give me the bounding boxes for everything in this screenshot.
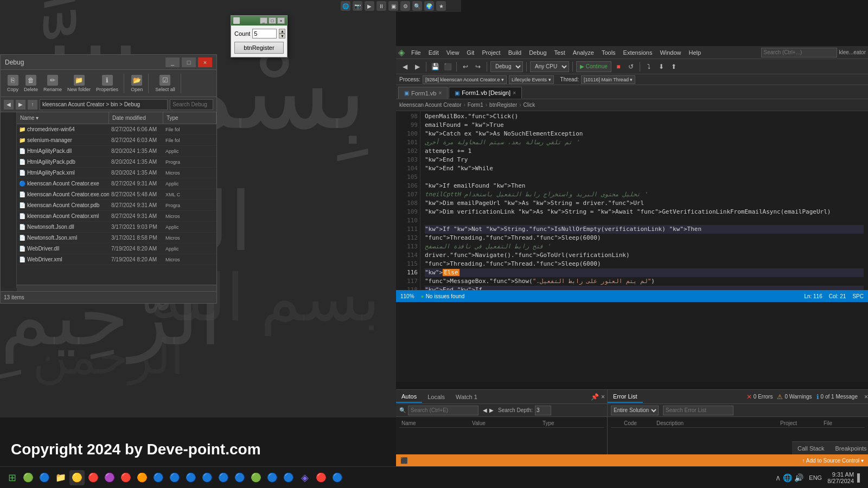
- dialog-close-btn[interactable]: ×: [277, 17, 285, 24]
- tab-form1vb-design[interactable]: ▣ Form1.vb [Design] ×: [449, 87, 522, 99]
- taskbar-icon7[interactable]: 🔴: [118, 470, 133, 485]
- tab-breakpoints[interactable]: Breakpoints: [830, 442, 868, 454]
- tab-locals[interactable]: Locals: [422, 391, 450, 403]
- toolbar-icon-6[interactable]: ⚙: [400, 1, 410, 11]
- taskbar-icon17[interactable]: 🔵: [281, 470, 296, 485]
- systray-chevron[interactable]: ∧: [775, 473, 781, 482]
- vs-search-input[interactable]: [761, 48, 837, 57]
- taskbar-show-desktop[interactable]: ▌: [857, 473, 863, 482]
- menu-test[interactable]: Test: [551, 48, 569, 57]
- menu-edit[interactable]: Edit: [425, 48, 442, 57]
- toolbar-delete-btn[interactable]: 🗑 Delete: [22, 74, 40, 93]
- stop-btn[interactable]: ■: [613, 61, 624, 72]
- error-panel-close[interactable]: ×: [864, 393, 868, 401]
- toolbar-redo[interactable]: ↪: [473, 61, 483, 72]
- thread-selector[interactable]: [10116] Main Thread ▾: [581, 75, 635, 84]
- taskbar-icon2[interactable]: 🔵: [37, 470, 52, 485]
- continue-btn[interactable]: ▶ Continue: [576, 61, 611, 72]
- taskbar-icon19[interactable]: 🔴: [314, 470, 329, 485]
- nav-forward[interactable]: ▶: [16, 100, 25, 110]
- taskbar-start[interactable]: ⊞: [4, 470, 20, 485]
- autos-close[interactable]: ×: [601, 393, 605, 401]
- error-search-input[interactable]: [663, 406, 733, 415]
- autos-depth-input[interactable]: [535, 406, 551, 415]
- toolbar-icon-4[interactable]: ⏸: [376, 1, 386, 11]
- toolbar-properties-btn[interactable]: ℹ Properties: [94, 74, 120, 93]
- debug-config-dropdown[interactable]: Debug: [490, 61, 523, 72]
- taskbar-chrome[interactable]: 🟢: [21, 470, 36, 485]
- taskbar-icon10[interactable]: 🔵: [167, 470, 182, 485]
- toolbar-rename-btn[interactable]: ✏ Rename: [41, 74, 64, 93]
- explorer-hscrollbar[interactable]: [17, 285, 216, 291]
- taskbar-icon4[interactable]: 🟡: [69, 470, 85, 485]
- toolbar-newfolder-btn[interactable]: 📁 New folder: [65, 74, 93, 93]
- menu-view[interactable]: View: [443, 48, 463, 57]
- list-item[interactable]: 📄HtmlAgilityPack.xml 8/20/2024 1:35 AM M…: [17, 168, 216, 178]
- autos-search-input[interactable]: [408, 406, 478, 415]
- tab-form1vb[interactable]: ▣ Form1.vb ×: [398, 87, 448, 99]
- breadcrumb-event[interactable]: Click: [524, 102, 535, 108]
- taskbar-icon20[interactable]: 🔵: [330, 470, 345, 485]
- nav-search-input[interactable]: [170, 99, 213, 110]
- toolbar-saveall[interactable]: ⬛: [442, 61, 453, 72]
- taskbar-explorer[interactable]: 📁: [53, 470, 68, 485]
- code-area[interactable]: OpenMailBox."func">Click() emailFound = …: [420, 111, 868, 290]
- systray-network[interactable]: 🌐: [783, 473, 792, 482]
- list-item[interactable]: 📄kleenscan Acount Creator.xml 8/27/2024 …: [17, 211, 216, 222]
- col-date[interactable]: Date modified: [109, 112, 163, 124]
- dialog-minimize-btn[interactable]: _: [260, 17, 267, 24]
- dialog-maximize-btn[interactable]: □: [269, 17, 276, 24]
- taskbar-vs[interactable]: ◈: [297, 470, 312, 485]
- menu-tools[interactable]: Tools: [598, 48, 619, 57]
- col-type[interactable]: Type: [163, 112, 216, 124]
- toolbar-forward[interactable]: ▶: [412, 61, 423, 72]
- nav-back[interactable]: ◀: [4, 100, 14, 110]
- list-item[interactable]: 📄Newtonsoft.Json.xml 3/17/2021 8:58 PM M…: [17, 233, 216, 243]
- explorer-close[interactable]: ×: [198, 57, 212, 67]
- taskbar-icon11[interactable]: 🔵: [183, 470, 199, 485]
- autos-nav-forward[interactable]: ▶: [489, 407, 494, 413]
- list-item[interactable]: 📄HtmlAgilityPack.pdb 8/20/2024 1:35 AM P…: [17, 157, 216, 168]
- taskbar-icon6[interactable]: 🟣: [102, 470, 117, 485]
- explorer-minimize[interactable]: _: [165, 57, 180, 67]
- toolbar-back[interactable]: ◀: [399, 61, 410, 72]
- toolbar-icon-2[interactable]: 📷: [353, 1, 362, 11]
- menu-project[interactable]: Project: [478, 48, 503, 57]
- tab-callstack[interactable]: Call Stack: [792, 442, 830, 454]
- nav-up[interactable]: ↑: [28, 100, 37, 110]
- list-item[interactable]: 📄HtmlAgilityPack.dll 8/20/2024 1:35 AM A…: [17, 146, 216, 157]
- tab-form1vb-close[interactable]: ×: [438, 90, 442, 96]
- taskbar-icon16[interactable]: 🔵: [265, 470, 280, 485]
- toolbar-icon-7[interactable]: 🔍: [412, 1, 422, 11]
- toolbar-open-btn[interactable]: 📂 Open: [129, 74, 145, 93]
- step-out[interactable]: ⬆: [668, 61, 679, 72]
- col-name[interactable]: Name ▾: [17, 112, 109, 124]
- count-input[interactable]: [252, 29, 277, 38]
- toolbar-icon-3[interactable]: ▶: [365, 1, 374, 11]
- taskbar-icon8[interactable]: 🟠: [135, 470, 150, 485]
- autos-pin[interactable]: 📌: [591, 393, 599, 401]
- menu-file[interactable]: File: [408, 48, 424, 57]
- platform-dropdown[interactable]: Any CPU: [530, 61, 569, 72]
- list-item[interactable]: 📄WebDriver.dll 7/19/2024 8:20 AM Applic: [17, 243, 216, 254]
- toolbar-undo[interactable]: ↩: [460, 61, 471, 72]
- btn-register[interactable]: btnRegister: [234, 42, 284, 54]
- menu-extensions[interactable]: Extensions: [620, 48, 656, 57]
- list-item[interactable]: 📄WebDriver.xml 7/19/2024 8:20 AM Micros: [17, 254, 216, 265]
- list-item[interactable]: 📄Newtonsoft.Json.dll 3/17/2021 9:03 PM A…: [17, 222, 216, 233]
- toolbar-icon-9[interactable]: ★: [436, 1, 446, 11]
- list-item[interactable]: 📁chromedriver-win64 8/27/2024 6:06 AM Fi…: [17, 124, 216, 135]
- menu-git[interactable]: Git: [463, 48, 477, 57]
- lifecycle-btn[interactable]: Lifecycle Events ▾: [509, 75, 554, 84]
- taskbar-icon13[interactable]: 🔵: [216, 470, 231, 485]
- error-scope-dropdown[interactable]: Entire Solution: [611, 406, 659, 415]
- restart-btn[interactable]: ↺: [626, 61, 636, 72]
- breadcrumb-method[interactable]: btnRegister: [489, 102, 517, 108]
- spin-down-btn[interactable]: ▼: [279, 34, 285, 38]
- process-selector[interactable]: [9284] kleenscan Acount Creator.e ▾: [423, 75, 507, 84]
- toolbar-copy-btn[interactable]: ⎘ Copy: [5, 74, 21, 93]
- taskbar-icon15[interactable]: 🟢: [248, 470, 264, 485]
- taskbar-icon12[interactable]: 🔵: [200, 470, 215, 485]
- spin-up-btn[interactable]: ▲: [279, 29, 285, 34]
- tab-design-close[interactable]: ×: [513, 90, 516, 96]
